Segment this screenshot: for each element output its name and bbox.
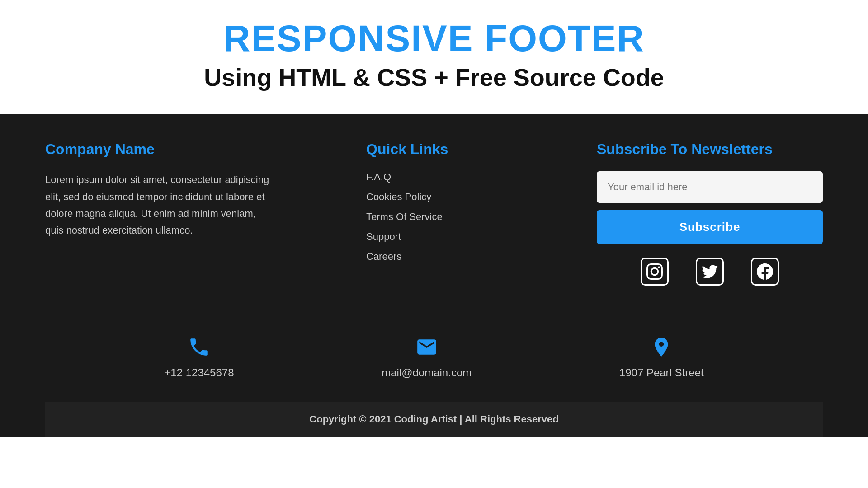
list-item: Terms Of Service bbox=[366, 211, 502, 223]
footer: Company Name Lorem ipsum dolor sit amet,… bbox=[0, 114, 868, 437]
newsletter-title: Subscribe To Newsletters bbox=[597, 141, 823, 158]
location-icon bbox=[650, 336, 673, 360]
street-address: 1907 Pearl Street bbox=[619, 366, 704, 379]
contact-email-item: mail@domain.com bbox=[382, 336, 472, 379]
faq-link[interactable]: F.A.Q bbox=[366, 171, 391, 183]
footer-bottom: Copyright © 2021 Coding Artist | All Rig… bbox=[45, 402, 823, 437]
footer-newsletter-col: Subscribe To Newsletters Subscribe bbox=[597, 141, 823, 286]
phone-icon bbox=[188, 336, 210, 360]
main-title: RESPONSIVE FOOTER bbox=[9, 18, 859, 59]
instagram-icon[interactable] bbox=[641, 258, 669, 286]
footer-company-col: Company Name Lorem ipsum dolor sit amet,… bbox=[45, 141, 271, 286]
email-icon bbox=[415, 336, 438, 360]
list-item: Cookies Policy bbox=[366, 191, 502, 203]
contact-phone-item: +12 12345678 bbox=[164, 336, 234, 379]
contact-address-item: 1907 Pearl Street bbox=[619, 336, 704, 379]
cookies-link[interactable]: Cookies Policy bbox=[366, 191, 431, 202]
facebook-icon[interactable] bbox=[751, 258, 779, 286]
copyright-text: Copyright © 2021 Coding Artist | All Rig… bbox=[57, 413, 811, 425]
quick-links-list: F.A.Q Cookies Policy Terms Of Service Su… bbox=[366, 171, 502, 263]
terms-link[interactable]: Terms Of Service bbox=[366, 211, 443, 222]
phone-number: +12 12345678 bbox=[164, 366, 234, 379]
email-input[interactable] bbox=[597, 171, 823, 203]
twitter-icon[interactable] bbox=[696, 258, 724, 286]
footer-contact: +12 12345678 mail@domain.com 1907 Pearl … bbox=[45, 313, 823, 402]
footer-quicklinks-col: Quick Links F.A.Q Cookies Policy Terms O… bbox=[366, 141, 502, 286]
company-name-title: Company Name bbox=[45, 141, 271, 158]
email-address: mail@domain.com bbox=[382, 366, 472, 379]
support-link[interactable]: Support bbox=[366, 231, 401, 242]
list-item: Support bbox=[366, 231, 502, 243]
sub-title: Using HTML & CSS + Free Source Code bbox=[9, 63, 859, 91]
footer-top: Company Name Lorem ipsum dolor sit amet,… bbox=[45, 141, 823, 313]
quicklinks-title: Quick Links bbox=[366, 141, 502, 158]
subscribe-button[interactable]: Subscribe bbox=[597, 210, 823, 244]
header-section: RESPONSIVE FOOTER Using HTML & CSS + Fre… bbox=[0, 0, 868, 114]
list-item: Careers bbox=[366, 251, 502, 263]
company-description: Lorem ipsum dolor sit amet, consectetur … bbox=[45, 171, 271, 239]
social-icons bbox=[597, 258, 823, 286]
list-item: F.A.Q bbox=[366, 171, 502, 183]
careers-link[interactable]: Careers bbox=[366, 251, 401, 262]
